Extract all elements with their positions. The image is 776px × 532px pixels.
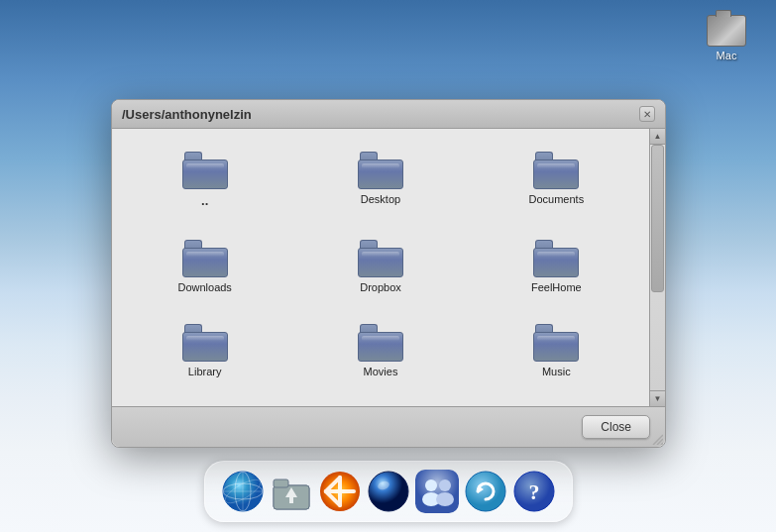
svg-rect-11 [274, 479, 288, 487]
folder-item-dropbox[interactable]: Dropbox [297, 232, 463, 307]
scrollbar-track[interactable] [650, 145, 665, 390]
scrollbar-down-arrow[interactable]: ▼ [650, 390, 665, 406]
dialog-close-x-button[interactable]: ✕ [639, 106, 655, 122]
dock-icon-people[interactable] [415, 470, 459, 513]
folder-label-library: Library [188, 366, 222, 377]
folder-icon-documents [533, 152, 579, 189]
svg-line-2 [661, 443, 663, 445]
svg-point-25 [436, 492, 454, 506]
folder-item-music[interactable]: Music [474, 316, 639, 391]
resize-handle[interactable] [651, 433, 663, 445]
folder-icon-downloads [182, 240, 228, 277]
folder-icon-feelhome [533, 240, 579, 277]
drive-icon [707, 15, 746, 47]
folder-icon-dropbox [358, 240, 403, 277]
scrollbar-up-arrow[interactable]: ▲ [650, 129, 665, 145]
folder-icon-library [182, 324, 228, 362]
svg-point-19 [369, 472, 408, 511]
file-grid: .. Desktop Documents [112, 129, 649, 406]
folder-item-downloads[interactable]: Downloads [122, 232, 287, 307]
folder-item-movies[interactable]: Movies [297, 316, 463, 391]
folder-item-library[interactable]: Library [122, 316, 287, 391]
dialog-titlebar: /Users/anthonynelzin ✕ [112, 100, 665, 129]
close-button[interactable]: Close [582, 415, 650, 439]
folder-label-desktop: Desktop [361, 193, 400, 205]
folder-icon-parent [182, 152, 228, 189]
folder-label-parent: .. [201, 193, 208, 208]
folder-label-documents: Documents [529, 193, 585, 205]
svg-point-22 [425, 479, 437, 491]
svg-rect-21 [415, 470, 459, 513]
folder-item-desktop[interactable]: Desktop [297, 144, 463, 222]
scrollbar-thumb[interactable] [651, 145, 664, 292]
dock-icon-refresh[interactable] [464, 470, 507, 513]
folder-item-parent[interactable]: .. [122, 144, 287, 222]
folder-label-music: Music [542, 366, 571, 377]
dialog-footer: Close [112, 406, 665, 447]
folder-icon-music [533, 324, 579, 362]
folder-label-movies: Movies [364, 366, 398, 377]
svg-point-26 [466, 472, 505, 511]
folder-icon-movies [358, 324, 403, 362]
drive-label: Mac [717, 50, 737, 61]
folder-item-documents[interactable]: Documents [474, 144, 639, 222]
dock-icon-help[interactable]: ? [512, 470, 556, 513]
file-browser-dialog: /Users/anthonynelzin ✕ .. Desktop [111, 99, 666, 448]
desktop-drive-icon[interactable]: Mac [697, 15, 756, 61]
svg-point-24 [439, 479, 451, 491]
folder-label-feelhome: FeelHome [531, 281, 582, 293]
dock-icon-globe[interactable] [221, 470, 265, 513]
folder-label-dropbox: Dropbox [360, 281, 401, 293]
dialog-title: /Users/anthonynelzin [122, 107, 252, 122]
folder-label-downloads: Downloads [177, 281, 231, 293]
scrollbar: ▲ ▼ [649, 129, 665, 406]
svg-text:?: ? [528, 479, 539, 504]
dialog-body: .. Desktop Documents [112, 129, 665, 406]
folder-item-feelhome[interactable]: FeelHome [474, 232, 639, 307]
svg-rect-13 [289, 497, 293, 503]
dock-icon-upload-folder[interactable] [270, 470, 313, 513]
folder-icon-desktop [358, 152, 403, 189]
dock-icon-blue-orb[interactable] [367, 470, 410, 513]
dock-icon-sparkle[interactable] [318, 470, 362, 513]
dock: ? [204, 461, 573, 522]
